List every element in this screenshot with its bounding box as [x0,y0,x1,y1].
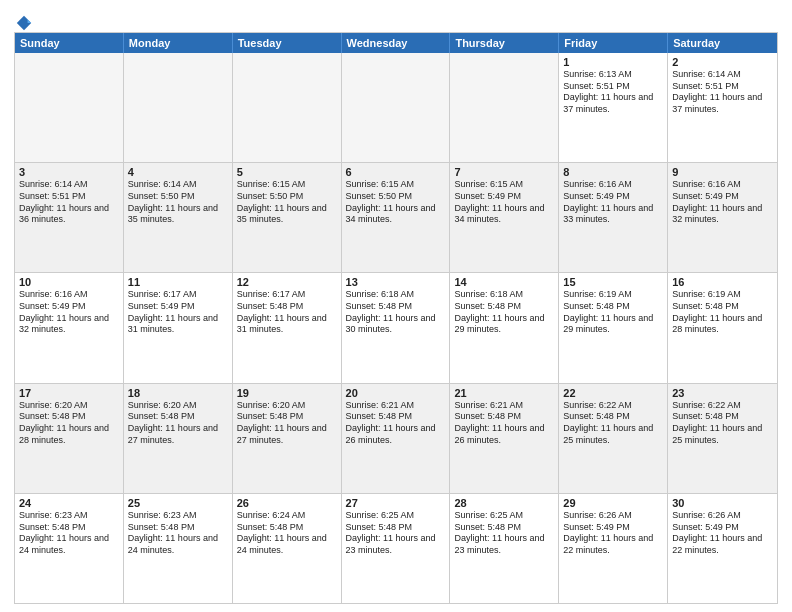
day-number-9: 9 [672,166,773,178]
day-cell-5: 5Sunrise: 6:15 AM Sunset: 5:50 PM Daylig… [233,163,342,272]
day-info-13: Sunrise: 6:18 AM Sunset: 5:48 PM Dayligh… [346,289,446,336]
day-cell-28: 28Sunrise: 6:25 AM Sunset: 5:48 PM Dayli… [450,494,559,603]
day-info-21: Sunrise: 6:21 AM Sunset: 5:48 PM Dayligh… [454,400,554,447]
weekday-header-monday: Monday [124,33,233,53]
day-cell-9: 9Sunrise: 6:16 AM Sunset: 5:49 PM Daylig… [668,163,777,272]
day-number-15: 15 [563,276,663,288]
day-info-12: Sunrise: 6:17 AM Sunset: 5:48 PM Dayligh… [237,289,337,336]
day-cell-13: 13Sunrise: 6:18 AM Sunset: 5:48 PM Dayli… [342,273,451,382]
day-number-23: 23 [672,387,773,399]
day-number-30: 30 [672,497,773,509]
empty-cell-r0c1 [124,53,233,162]
calendar-row-4: 17Sunrise: 6:20 AM Sunset: 5:48 PM Dayli… [15,383,777,493]
day-cell-18: 18Sunrise: 6:20 AM Sunset: 5:48 PM Dayli… [124,384,233,493]
day-cell-7: 7Sunrise: 6:15 AM Sunset: 5:49 PM Daylig… [450,163,559,272]
day-info-1: Sunrise: 6:13 AM Sunset: 5:51 PM Dayligh… [563,69,663,116]
day-info-4: Sunrise: 6:14 AM Sunset: 5:50 PM Dayligh… [128,179,228,226]
day-info-23: Sunrise: 6:22 AM Sunset: 5:48 PM Dayligh… [672,400,773,447]
day-info-16: Sunrise: 6:19 AM Sunset: 5:48 PM Dayligh… [672,289,773,336]
day-number-12: 12 [237,276,337,288]
day-info-30: Sunrise: 6:26 AM Sunset: 5:49 PM Dayligh… [672,510,773,557]
day-info-29: Sunrise: 6:26 AM Sunset: 5:49 PM Dayligh… [563,510,663,557]
day-info-19: Sunrise: 6:20 AM Sunset: 5:48 PM Dayligh… [237,400,337,447]
day-number-5: 5 [237,166,337,178]
day-number-1: 1 [563,56,663,68]
day-number-17: 17 [19,387,119,399]
calendar: SundayMondayTuesdayWednesdayThursdayFrid… [14,32,778,604]
day-cell-23: 23Sunrise: 6:22 AM Sunset: 5:48 PM Dayli… [668,384,777,493]
day-number-2: 2 [672,56,773,68]
day-cell-12: 12Sunrise: 6:17 AM Sunset: 5:48 PM Dayli… [233,273,342,382]
day-number-28: 28 [454,497,554,509]
day-cell-19: 19Sunrise: 6:20 AM Sunset: 5:48 PM Dayli… [233,384,342,493]
day-number-22: 22 [563,387,663,399]
day-cell-4: 4Sunrise: 6:14 AM Sunset: 5:50 PM Daylig… [124,163,233,272]
day-cell-15: 15Sunrise: 6:19 AM Sunset: 5:48 PM Dayli… [559,273,668,382]
weekday-header-tuesday: Tuesday [233,33,342,53]
calendar-row-1: 1Sunrise: 6:13 AM Sunset: 5:51 PM Daylig… [15,53,777,162]
empty-cell-r0c4 [450,53,559,162]
day-cell-25: 25Sunrise: 6:23 AM Sunset: 5:48 PM Dayli… [124,494,233,603]
day-info-26: Sunrise: 6:24 AM Sunset: 5:48 PM Dayligh… [237,510,337,557]
day-number-3: 3 [19,166,119,178]
weekday-header-wednesday: Wednesday [342,33,451,53]
day-info-20: Sunrise: 6:21 AM Sunset: 5:48 PM Dayligh… [346,400,446,447]
day-info-25: Sunrise: 6:23 AM Sunset: 5:48 PM Dayligh… [128,510,228,557]
calendar-body: 1Sunrise: 6:13 AM Sunset: 5:51 PM Daylig… [15,53,777,603]
day-cell-22: 22Sunrise: 6:22 AM Sunset: 5:48 PM Dayli… [559,384,668,493]
day-cell-26: 26Sunrise: 6:24 AM Sunset: 5:48 PM Dayli… [233,494,342,603]
logo-icon [15,14,33,32]
day-info-6: Sunrise: 6:15 AM Sunset: 5:50 PM Dayligh… [346,179,446,226]
day-cell-2: 2Sunrise: 6:14 AM Sunset: 5:51 PM Daylig… [668,53,777,162]
day-cell-17: 17Sunrise: 6:20 AM Sunset: 5:48 PM Dayli… [15,384,124,493]
empty-cell-r0c0 [15,53,124,162]
day-info-11: Sunrise: 6:17 AM Sunset: 5:49 PM Dayligh… [128,289,228,336]
day-cell-24: 24Sunrise: 6:23 AM Sunset: 5:48 PM Dayli… [15,494,124,603]
day-number-24: 24 [19,497,119,509]
day-number-6: 6 [346,166,446,178]
day-number-11: 11 [128,276,228,288]
calendar-row-3: 10Sunrise: 6:16 AM Sunset: 5:49 PM Dayli… [15,272,777,382]
day-info-22: Sunrise: 6:22 AM Sunset: 5:48 PM Dayligh… [563,400,663,447]
day-info-24: Sunrise: 6:23 AM Sunset: 5:48 PM Dayligh… [19,510,119,557]
day-number-4: 4 [128,166,228,178]
day-cell-29: 29Sunrise: 6:26 AM Sunset: 5:49 PM Dayli… [559,494,668,603]
day-info-7: Sunrise: 6:15 AM Sunset: 5:49 PM Dayligh… [454,179,554,226]
logo [14,14,33,28]
day-number-13: 13 [346,276,446,288]
day-cell-8: 8Sunrise: 6:16 AM Sunset: 5:49 PM Daylig… [559,163,668,272]
header [14,10,778,28]
day-number-18: 18 [128,387,228,399]
empty-cell-r0c2 [233,53,342,162]
day-info-3: Sunrise: 6:14 AM Sunset: 5:51 PM Dayligh… [19,179,119,226]
calendar-row-5: 24Sunrise: 6:23 AM Sunset: 5:48 PM Dayli… [15,493,777,603]
empty-cell-r0c3 [342,53,451,162]
day-info-27: Sunrise: 6:25 AM Sunset: 5:48 PM Dayligh… [346,510,446,557]
day-cell-11: 11Sunrise: 6:17 AM Sunset: 5:49 PM Dayli… [124,273,233,382]
day-info-9: Sunrise: 6:16 AM Sunset: 5:49 PM Dayligh… [672,179,773,226]
day-cell-16: 16Sunrise: 6:19 AM Sunset: 5:48 PM Dayli… [668,273,777,382]
day-info-10: Sunrise: 6:16 AM Sunset: 5:49 PM Dayligh… [19,289,119,336]
day-info-14: Sunrise: 6:18 AM Sunset: 5:48 PM Dayligh… [454,289,554,336]
day-number-16: 16 [672,276,773,288]
day-info-18: Sunrise: 6:20 AM Sunset: 5:48 PM Dayligh… [128,400,228,447]
day-number-25: 25 [128,497,228,509]
calendar-row-2: 3Sunrise: 6:14 AM Sunset: 5:51 PM Daylig… [15,162,777,272]
day-cell-6: 6Sunrise: 6:15 AM Sunset: 5:50 PM Daylig… [342,163,451,272]
day-info-8: Sunrise: 6:16 AM Sunset: 5:49 PM Dayligh… [563,179,663,226]
day-number-7: 7 [454,166,554,178]
day-number-26: 26 [237,497,337,509]
weekday-header-sunday: Sunday [15,33,124,53]
day-number-19: 19 [237,387,337,399]
day-number-10: 10 [19,276,119,288]
day-info-5: Sunrise: 6:15 AM Sunset: 5:50 PM Dayligh… [237,179,337,226]
day-cell-1: 1Sunrise: 6:13 AM Sunset: 5:51 PM Daylig… [559,53,668,162]
day-number-27: 27 [346,497,446,509]
day-cell-10: 10Sunrise: 6:16 AM Sunset: 5:49 PM Dayli… [15,273,124,382]
day-cell-14: 14Sunrise: 6:18 AM Sunset: 5:48 PM Dayli… [450,273,559,382]
day-cell-21: 21Sunrise: 6:21 AM Sunset: 5:48 PM Dayli… [450,384,559,493]
calendar-header: SundayMondayTuesdayWednesdayThursdayFrid… [15,33,777,53]
day-number-21: 21 [454,387,554,399]
weekday-header-thursday: Thursday [450,33,559,53]
day-cell-3: 3Sunrise: 6:14 AM Sunset: 5:51 PM Daylig… [15,163,124,272]
